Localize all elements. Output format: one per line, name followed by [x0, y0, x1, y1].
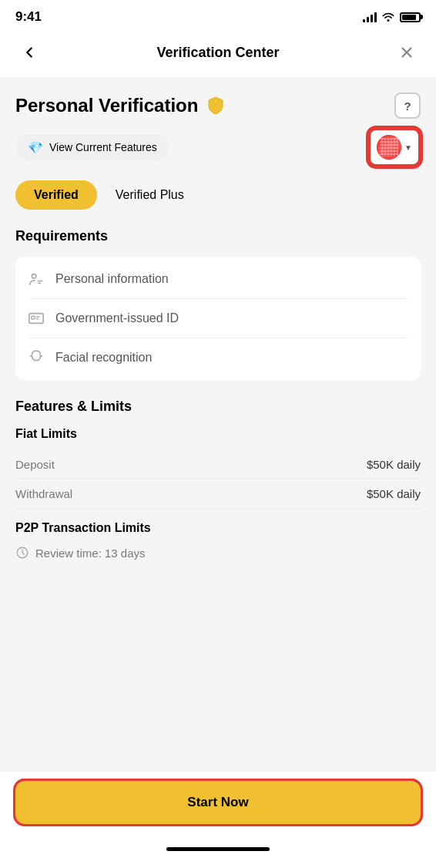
tab-verified[interactable]: Verified [15, 180, 97, 210]
requirements-section: Requirements Personal information [15, 228, 421, 380]
features-limits-section: Features & Limits Fiat Limits Deposit $5… [15, 399, 421, 566]
features-row: 💎 View Current Features ▼ [15, 128, 421, 167]
gem-icon: 💎 [28, 140, 43, 155]
req-gov-id: Government-issued ID [28, 299, 408, 338]
requirements-heading: Requirements [15, 228, 421, 244]
help-label: ? [404, 99, 411, 113]
svg-rect-6 [36, 318, 39, 319]
id-card-icon [28, 310, 45, 327]
home-indicator [0, 839, 436, 856]
svg-point-0 [32, 274, 37, 279]
clock-icon [15, 546, 29, 560]
review-time-text: Review time: 13 days [35, 547, 146, 560]
main-content: Personal Verification ? 💎 View Current F… [0, 77, 436, 771]
section-header-row: Personal Verification ? [15, 77, 421, 128]
p2p-section: P2P Transaction Limits Review time: 13 d… [15, 521, 421, 566]
withdrawal-label: Withdrawal [15, 487, 72, 500]
svg-rect-1 [38, 281, 42, 281]
avatar-dropdown[interactable]: ▼ [368, 128, 421, 167]
status-bar: 9:41 [0, 0, 436, 31]
svg-rect-2 [38, 283, 42, 284]
p2p-label: P2P Transaction Limits [15, 521, 421, 535]
svg-rect-5 [36, 316, 40, 317]
status-icons [363, 12, 421, 22]
req-personal-info-label: Personal information [55, 272, 169, 286]
help-button[interactable]: ? [394, 93, 421, 119]
back-button[interactable] [15, 39, 43, 66]
page-header-title: Verification Center [156, 45, 279, 61]
bottom-bar: Start Now [0, 771, 436, 839]
signal-icon [363, 12, 377, 22]
close-button[interactable] [393, 39, 421, 66]
withdrawal-value: $50K daily [367, 487, 421, 500]
requirements-list: Personal information Government-issued I… [15, 257, 421, 380]
status-time: 9:41 [15, 9, 42, 25]
review-time-row: Review time: 13 days [15, 540, 421, 566]
req-personal-info: Personal information [28, 260, 408, 299]
req-facial: Facial recognition [28, 338, 408, 377]
tabs-row: Verified Verified Plus [15, 180, 421, 210]
avatar [377, 135, 401, 160]
withdrawal-row: Withdrawal $50K daily [15, 479, 421, 509]
deposit-value: $50K daily [367, 458, 421, 471]
wifi-icon [381, 12, 395, 22]
section-title-row: Personal Verification [15, 95, 226, 116]
fiat-limits-label: Fiat Limits [15, 427, 421, 441]
tab-verified-plus[interactable]: Verified Plus [109, 180, 190, 210]
shield-badge-icon [206, 96, 226, 116]
svg-rect-4 [32, 316, 35, 319]
header: Verification Center [0, 31, 436, 77]
req-facial-label: Facial recognition [55, 351, 152, 365]
home-bar [166, 847, 270, 851]
view-features-button[interactable]: 💎 View Current Features [15, 134, 169, 161]
deposit-row: Deposit $50K daily [15, 450, 421, 479]
person-info-icon [28, 271, 45, 288]
start-now-button[interactable]: Start Now [15, 781, 421, 824]
page-title: Personal Verification [15, 95, 198, 116]
facial-icon [28, 349, 45, 366]
dropdown-arrow-icon: ▼ [404, 143, 412, 152]
view-features-label: View Current Features [49, 141, 157, 153]
battery-icon [400, 12, 421, 22]
features-limits-heading: Features & Limits [15, 399, 421, 415]
req-gov-id-label: Government-issued ID [55, 311, 179, 325]
deposit-label: Deposit [15, 458, 55, 471]
